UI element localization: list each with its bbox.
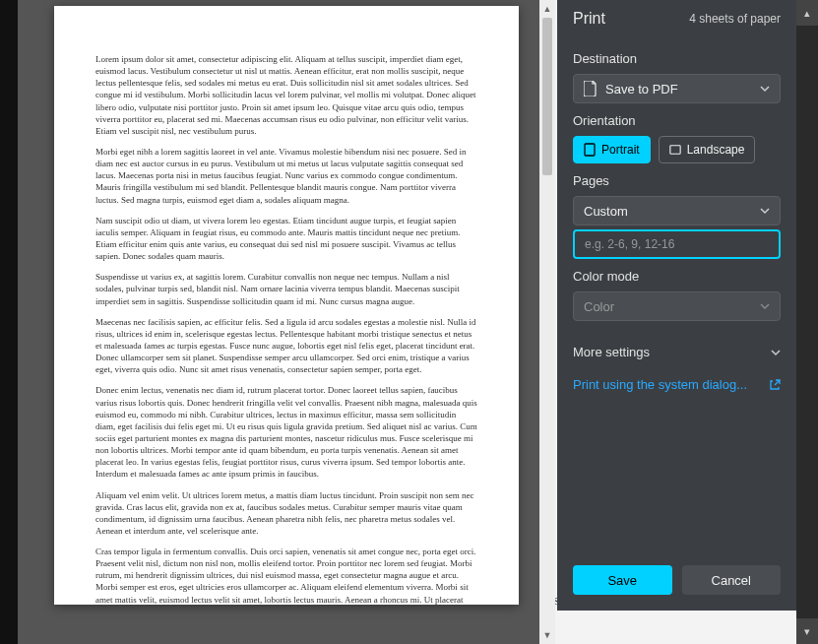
panel-footer: Save Cancel — [557, 551, 796, 611]
pages-dropdown[interactable]: Custom — [573, 196, 781, 225]
landscape-icon — [669, 143, 681, 157]
save-button[interactable]: Save — [573, 565, 672, 595]
orientation-toggle: Portrait Landscape — [573, 136, 781, 163]
system-dialog-link[interactable]: Print using the system dialog... — [573, 377, 781, 392]
scrollbar-thumb[interactable] — [542, 18, 552, 175]
preview-paragraph: Cras tempor ligula in fermentum convalli… — [95, 546, 477, 605]
print-dialog-panel: Print 4 sheets of paper Destination Save… — [557, 0, 796, 611]
pages-range-input[interactable] — [573, 229, 781, 259]
chevron-down-icon — [760, 206, 770, 216]
app-left-gutter — [0, 0, 18, 644]
cancel-button[interactable]: Cancel — [682, 565, 782, 595]
preview-paragraph: Nam suscipit odio ut diam, ut vivera lor… — [95, 215, 477, 263]
system-dialog-label: Print using the system dialog... — [573, 377, 747, 392]
destination-dropdown[interactable]: Save to PDF — [573, 74, 781, 103]
app-right-gutter: ▴ ▾ — [796, 0, 818, 644]
destination-value: Save to PDF — [605, 82, 678, 97]
svg-rect-1 — [670, 146, 680, 155]
preview-page-1: Lorem ipsum dolor sit amet, consectetur … — [54, 6, 519, 605]
preview-paragraph: Morbi eget nibh a lorem sagittis laoreet… — [95, 146, 477, 206]
panel-title: Print — [573, 10, 605, 28]
preview-paragraph: Maecenas nec facilisis sapien, ac effici… — [95, 316, 477, 376]
scroll-down-icon[interactable]: ▼ — [541, 628, 553, 642]
chevron-down-icon — [771, 348, 781, 357]
pages-label: Pages — [573, 173, 781, 188]
print-preview-area: Lorem ipsum dolor sit amet, consectetur … — [18, 0, 555, 644]
more-settings-label: More settings — [573, 345, 650, 359]
gutter-up-icon[interactable]: ▴ — [796, 0, 818, 26]
color-mode-label: Color mode — [573, 269, 781, 284]
landscape-label: Landscape — [687, 143, 745, 157]
sheet-count: 4 sheets of paper — [689, 12, 781, 26]
preview-paragraph: Suspendisse ut varius ex, at sagittis lo… — [95, 271, 477, 306]
destination-label: Destination — [573, 51, 781, 66]
chevron-down-icon — [760, 301, 770, 311]
color-mode-value: Color — [584, 299, 614, 314]
pdf-file-icon — [584, 81, 598, 97]
preview-scrollbar[interactable]: ▲ ▼ — [539, 0, 555, 644]
preview-paragraph: Donec enim lectus, venenatis nec diam id… — [95, 384, 477, 480]
chevron-down-icon — [760, 84, 770, 94]
portrait-icon — [584, 143, 596, 157]
external-link-icon — [769, 379, 781, 391]
preview-paragraph: Aliquam vel enim velit. Ut ultrices lore… — [95, 489, 477, 538]
panel-header: Print 4 sheets of paper — [557, 0, 796, 41]
color-mode-dropdown[interactable]: Color — [573, 291, 781, 321]
more-settings-toggle[interactable]: More settings — [573, 345, 781, 359]
svg-rect-0 — [585, 144, 595, 156]
landscape-button[interactable]: Landscape — [659, 136, 756, 163]
scroll-up-icon[interactable]: ▲ — [541, 2, 553, 16]
gutter-down-icon[interactable]: ▾ — [796, 618, 818, 644]
preview-paragraph: Lorem ipsum dolor sit amet, consectetur … — [95, 53, 477, 137]
orientation-label: Orientation — [573, 113, 781, 128]
pages-value: Custom — [584, 204, 628, 219]
portrait-button[interactable]: Portrait — [573, 136, 651, 163]
portrait-label: Portrait — [601, 143, 640, 157]
panel-body: Destination Save to PDF Orientation Port… — [557, 41, 796, 551]
